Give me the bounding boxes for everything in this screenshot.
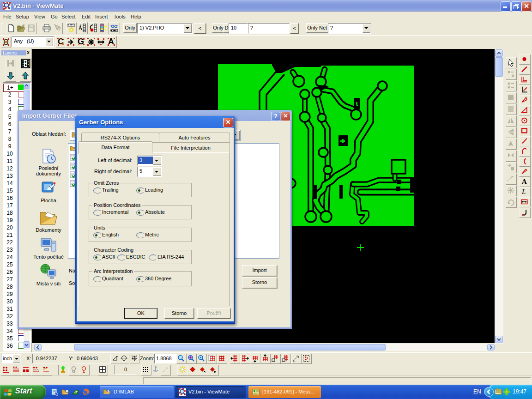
svg-text:?: ? — [57, 26, 61, 33]
svg-text:A: A — [522, 177, 527, 185]
svg-text:L: L — [521, 187, 526, 195]
svg-text:L: L — [75, 390, 78, 393]
